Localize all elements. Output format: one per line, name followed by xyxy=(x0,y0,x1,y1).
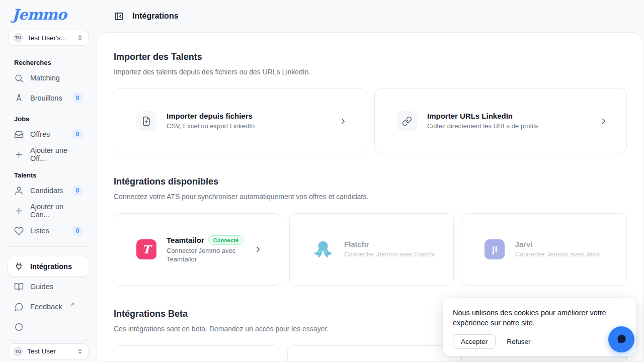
sidebar-item-label: Guides xyxy=(30,283,53,291)
integration-name: Jarvi xyxy=(515,240,599,248)
heart-icon xyxy=(14,226,24,236)
count-badge: 0 xyxy=(72,93,83,103)
card-import-fichiers[interactable]: Importer depuis fichiers CSV, Excel ou e… xyxy=(114,88,366,153)
workspace-selector-bottom[interactable]: TU Test User xyxy=(8,343,89,359)
sidebar-item-brouillons[interactable]: Brouillons 0 xyxy=(8,88,89,108)
sidebar-divider xyxy=(10,246,87,247)
app-logo[interactable]: Jemmo xyxy=(12,6,89,23)
section-title-disponibles: Intégrations disponibles xyxy=(114,176,627,187)
sidebar-item-candidats[interactable]: Candidats 0 xyxy=(8,180,89,201)
card-huntool[interactable]: M Huntool Beta xyxy=(114,345,279,362)
octopus-icon xyxy=(312,238,334,260)
page-title: Intégrations xyxy=(132,12,179,21)
chevron-right-icon xyxy=(339,117,348,126)
sidebar-item-label: Ajouter une Off... xyxy=(30,146,83,162)
chevron-up-down-icon xyxy=(76,34,84,41)
status-badge-connected: Connecté xyxy=(208,235,244,245)
user-icon xyxy=(14,186,24,196)
card-teamtailor[interactable]: T Teamtailor Connecté Connecter Jemmo av… xyxy=(114,213,281,286)
collapse-sidebar-button[interactable] xyxy=(113,10,125,23)
card-subtitle: Collez directement les URLs de profils xyxy=(427,122,538,130)
chevron-right-icon xyxy=(254,245,263,254)
card-import-linkedin-urls[interactable]: Importer URLs LinkedIn Collez directemen… xyxy=(374,88,627,153)
sidebar-section-talents: Talents xyxy=(14,170,89,180)
workspace-avatar: TU xyxy=(13,33,23,43)
inbox-icon xyxy=(14,130,24,139)
workspace-label: Test User's... xyxy=(27,34,66,42)
card-jarvi: ji Jarvi Connecter Jemmo avec Jarvi xyxy=(462,213,627,286)
sidebar-item-feedback[interactable]: Feedback↗ xyxy=(8,297,89,317)
teamtailor-logo: T xyxy=(136,239,156,259)
chat-widget-button[interactable] xyxy=(608,326,634,352)
sidebar: Jemmo TU Test User's... Recherches Match… xyxy=(0,0,97,362)
sidebar-item-label: Ajouter un Can... xyxy=(30,203,83,219)
sidebar-item-label: Intégrations xyxy=(30,262,72,270)
card-title: Importer URLs LinkedIn xyxy=(427,112,538,120)
sidebar-item-label: Offres xyxy=(30,130,50,138)
section-subtitle-import: Importez des talents depuis des fichiers… xyxy=(114,68,627,76)
sidebar-item-matching[interactable]: Matching xyxy=(8,68,89,88)
section-subtitle-disponibles: Connectez votre ATS pour synchroniser au… xyxy=(114,193,627,201)
count-badge: 0 xyxy=(72,186,83,196)
sidebar-footer: TU Test User xyxy=(0,340,97,362)
card-subtitle: Connecter Jemmo avec Teamtailor xyxy=(167,247,244,263)
sidebar-item-ajouter-candidat[interactable]: Ajouter un Can... xyxy=(8,201,89,221)
search-icon xyxy=(14,73,24,83)
sidebar-item-partial[interactable] xyxy=(8,317,89,337)
chevron-right-icon xyxy=(599,117,608,126)
plug-icon xyxy=(14,262,24,272)
sidebar-item-label: Feedback xyxy=(30,303,62,311)
sidebar-item-listes[interactable]: Listes 0 xyxy=(8,221,89,241)
workspace-avatar: TU xyxy=(13,346,23,356)
sidebar-item-integrations[interactable]: Intégrations xyxy=(8,256,89,277)
compass-icon xyxy=(14,94,24,103)
circle-icon xyxy=(14,322,24,332)
sidebar-section-recherches: Recherches xyxy=(14,58,89,68)
integration-name: Flatchr xyxy=(344,240,435,248)
cookie-banner: Nous utilisons des cookies pour améliore… xyxy=(443,298,636,356)
card-spott[interactable]: Spott Beta xyxy=(287,345,453,362)
integration-name: Teamtailor xyxy=(167,236,204,244)
card-flatchr: Flatchr Connecter Jemmo avec Flatchr xyxy=(289,213,454,286)
sidebar-item-label: Brouillons xyxy=(30,94,62,102)
sidebar-item-label: Candidats xyxy=(30,187,63,195)
workspace-selector-top[interactable]: TU Test User's... xyxy=(8,30,89,46)
count-badge: 0 xyxy=(72,226,83,236)
plus-icon xyxy=(14,150,24,159)
workspace-label: Test User xyxy=(27,347,56,355)
card-subtitle: Connecter Jemmo avec Jarvi xyxy=(515,250,599,258)
panel-collapse-icon xyxy=(114,11,124,22)
sidebar-item-offres[interactable]: Offres 0 xyxy=(8,124,89,144)
cookie-message: Nous utilisons des cookies pour améliore… xyxy=(453,308,614,328)
accept-cookies-button[interactable]: Accepter xyxy=(453,334,496,349)
book-icon xyxy=(14,282,24,292)
link-icon xyxy=(397,111,417,131)
sidebar-item-label: Listes xyxy=(30,227,49,235)
external-link-icon: ↗ xyxy=(70,301,74,308)
chat-bubble-icon xyxy=(14,302,24,312)
sidebar-item-ajouter-offre[interactable]: Ajouter une Off... xyxy=(8,144,89,164)
sidebar-item-label: Matching xyxy=(30,74,60,82)
count-badge: 0 xyxy=(72,129,83,139)
chevron-up-down-icon xyxy=(76,348,84,355)
chat-widget-icon xyxy=(615,333,628,346)
jarvi-logo: ji xyxy=(485,239,505,259)
card-subtitle: CSV, Excel ou export LinkedIn xyxy=(167,122,255,130)
section-title-import: Importer des Talents xyxy=(114,52,627,62)
file-upload-icon xyxy=(136,111,156,131)
sidebar-section-jobs: Jobs xyxy=(14,114,89,124)
plus-icon xyxy=(14,206,24,216)
card-subtitle: Connecter Jemmo avec Flatchr xyxy=(344,250,435,258)
sidebar-item-guides[interactable]: Guides xyxy=(8,277,89,297)
decline-cookies-button[interactable]: Refuser xyxy=(507,338,530,345)
page-header: Intégrations xyxy=(97,0,644,32)
card-title: Importer depuis fichiers xyxy=(167,112,255,120)
